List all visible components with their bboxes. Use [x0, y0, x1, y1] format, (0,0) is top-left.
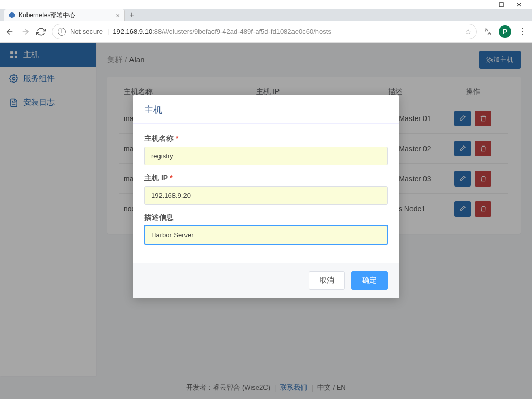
- browser-tab[interactable]: Kubernetes部署中心 ×: [4, 9, 125, 21]
- close-icon[interactable]: ×: [116, 11, 120, 19]
- window-maximize-button[interactable]: ☐: [493, 0, 510, 9]
- window-minimize-button[interactable]: ─: [475, 0, 493, 9]
- window-titlebar: ─ ☐ ✕: [0, 0, 532, 9]
- browser-address-bar: i Not secure | 192.168.9.10:88/#/cluster…: [0, 21, 532, 43]
- back-button[interactable]: [5, 27, 15, 36]
- host-name-label: 主机名称*: [144, 134, 388, 143]
- bookmark-star-icon[interactable]: ☆: [464, 27, 471, 36]
- host-name-input[interactable]: [144, 147, 388, 165]
- not-secure-label: Not secure: [70, 28, 103, 35]
- site-info-icon[interactable]: i: [58, 28, 66, 36]
- browser-menu-button[interactable]: [517, 28, 527, 35]
- host-ip-label: 主机 IP*: [144, 174, 388, 183]
- svg-marker-0: [9, 12, 15, 18]
- host-ip-input[interactable]: [144, 186, 388, 205]
- host-desc-input[interactable]: [144, 225, 388, 244]
- url-text: 192.168.9.10:88/#/clusters/9befacf9-42ad…: [113, 28, 460, 35]
- new-tab-button[interactable]: +: [125, 9, 139, 21]
- modal-overlay[interactable]: 主机 主机名称* 主机 IP* 描述信息 取消 确定: [0, 43, 532, 399]
- profile-avatar[interactable]: P: [499, 25, 511, 38]
- cancel-button[interactable]: 取消: [309, 271, 345, 290]
- confirm-button[interactable]: 确定: [351, 271, 388, 290]
- reload-button[interactable]: [36, 27, 46, 36]
- host-desc-label: 描述信息: [144, 213, 388, 222]
- window-close-button[interactable]: ✕: [510, 0, 528, 9]
- add-host-modal: 主机 主机名称* 主机 IP* 描述信息 取消 确定: [133, 95, 399, 298]
- url-separator: |: [107, 28, 109, 35]
- forward-button[interactable]: [21, 27, 30, 36]
- browser-tabs-row: Kubernetes部署中心 × +: [0, 9, 532, 21]
- tab-title: Kubernetes部署中心: [19, 11, 113, 20]
- modal-title: 主机: [133, 95, 399, 124]
- page-root: 主机 服务组件 安装日志 集群 / Alan 添加主机: [0, 43, 532, 399]
- kubernetes-favicon-icon: [8, 11, 16, 19]
- address-omnibox[interactable]: i Not secure | 192.168.9.10:88/#/cluster…: [52, 24, 477, 39]
- translate-icon[interactable]: [483, 27, 493, 36]
